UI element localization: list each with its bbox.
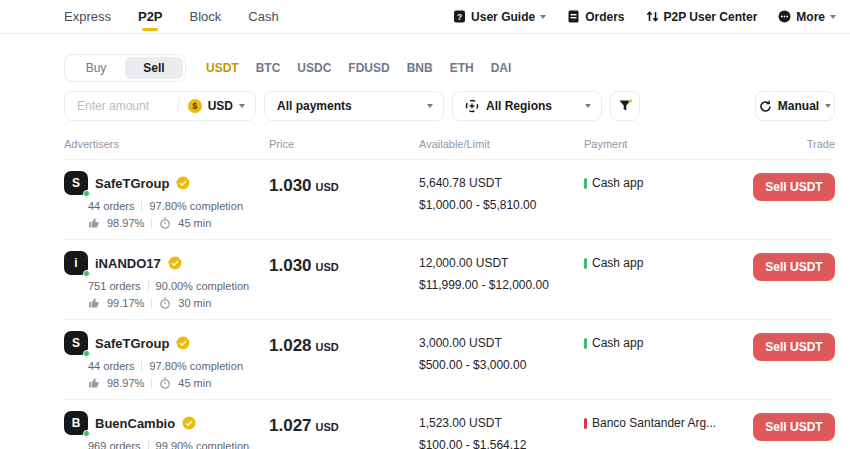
- user-guide-link[interactable]: ? User Guide: [453, 10, 546, 24]
- completion-rate: 97.80% completion: [149, 360, 243, 372]
- advanced-filter-button[interactable]: [610, 91, 640, 121]
- orders-link[interactable]: Orders: [567, 10, 624, 24]
- p2p-user-center-link[interactable]: P2P User Center: [646, 10, 758, 24]
- top-navbar: Express P2P Block Cash ? User Guide Orde…: [0, 0, 850, 34]
- positive-rating: 99.17%: [107, 297, 144, 309]
- available-limit-cell: 3,000.00 USDT $500.00 - $3,000.00: [419, 331, 584, 389]
- thumbs-up-icon: [88, 377, 100, 389]
- price-unit: USD: [316, 181, 339, 193]
- refresh-icon: [759, 100, 772, 113]
- table-row: S SafeTGroup 44 orders 97.80% completion: [64, 319, 835, 399]
- price-value: 1.030: [269, 176, 312, 195]
- nav-tab-p2p[interactable]: P2P: [138, 0, 163, 33]
- stopwatch-icon: [159, 297, 171, 309]
- stopwatch-icon: [159, 377, 171, 389]
- online-status-dot: [83, 270, 90, 277]
- table-row: B BuenCambio 969 orders 99.90% completio…: [64, 399, 835, 449]
- more-link[interactable]: More: [778, 10, 836, 24]
- payments-filter-dropdown[interactable]: All payments: [264, 91, 444, 121]
- sell-usdt-button[interactable]: Sell USDT: [753, 413, 835, 441]
- advertiser-name[interactable]: SafeTGroup: [95, 176, 169, 191]
- price-cell: 1.028USD: [269, 331, 419, 389]
- dollar-coin-icon: $: [188, 99, 202, 113]
- svg-text:?: ?: [457, 12, 462, 22]
- col-price: Price: [269, 138, 419, 150]
- price-unit: USD: [316, 421, 339, 433]
- user-center-icon: [646, 10, 659, 23]
- avatar[interactable]: B: [64, 411, 88, 435]
- price-cell: 1.030USD: [269, 251, 419, 309]
- trade-cell: Sell USDT: [753, 251, 835, 309]
- col-trade: Trade: [753, 138, 835, 150]
- amount-input[interactable]: [65, 99, 178, 113]
- order-count: 44 orders: [88, 200, 134, 212]
- advertiser-cell: B BuenCambio 969 orders 99.90% completio…: [64, 411, 269, 449]
- order-count: 44 orders: [88, 360, 134, 372]
- trade-cell: Sell USDT: [753, 411, 835, 449]
- available-limit-cell: 12,000.00 USDT $11,999.00 - $12,000.00: [419, 251, 584, 309]
- advertiser-name[interactable]: BuenCambio: [95, 416, 175, 431]
- positive-rating: 98.97%: [107, 377, 144, 389]
- available-limit-cell: 5,640.78 USDT $1,000.00 - $5,810.00: [419, 171, 584, 229]
- chevron-down-icon: [540, 15, 546, 19]
- divider: [151, 298, 152, 308]
- online-status-dot: [83, 190, 90, 197]
- advertiser-name[interactable]: SafeTGroup: [95, 336, 169, 351]
- available-amount: 3,000.00 USDT: [419, 336, 584, 350]
- orders-document-icon: [567, 10, 580, 23]
- payment-color-bar: [584, 258, 587, 269]
- asset-tab-eth[interactable]: ETH: [450, 61, 474, 75]
- regions-globe-icon: [465, 99, 479, 113]
- payment-cell: Cash app: [584, 171, 753, 229]
- price-unit: USD: [316, 341, 339, 353]
- avatar[interactable]: S: [64, 171, 88, 195]
- limit-range: $11,999.00 - $12,000.00: [419, 278, 584, 292]
- table-header: Advertisers Price Available/Limit Paymen…: [64, 138, 835, 159]
- asset-tab-fdusd[interactable]: FDUSD: [348, 61, 389, 75]
- chevron-down-icon: [427, 104, 433, 108]
- completion-rate: 97.80% completion: [149, 200, 243, 212]
- available-amount: 1,523.00 USDT: [419, 416, 584, 430]
- sell-usdt-button[interactable]: Sell USDT: [753, 253, 835, 281]
- filter-funnel-icon: [618, 99, 633, 113]
- avatar[interactable]: i: [64, 251, 88, 275]
- sell-usdt-button[interactable]: Sell USDT: [753, 173, 835, 201]
- asset-tab-usdc[interactable]: USDC: [297, 61, 331, 75]
- avatar[interactable]: S: [64, 331, 88, 355]
- asset-tabs: USDT BTC USDC FDUSD BNB ETH DAI: [206, 61, 511, 75]
- verified-badge-icon: [168, 256, 182, 270]
- nav-tab-cash[interactable]: Cash: [248, 0, 278, 33]
- regions-filter-dropdown[interactable]: All Regions: [452, 91, 602, 121]
- nav-tab-block[interactable]: Block: [190, 0, 222, 33]
- divider: [148, 281, 149, 291]
- available-amount: 12,000.00 USDT: [419, 256, 584, 270]
- p2p-content: Buy Sell USDT BTC USDC FDUSD BNB ETH DAI…: [0, 34, 850, 449]
- nav-links: ? User Guide Orders P2P User Center More: [453, 10, 836, 24]
- payment-method: Cash app: [592, 176, 643, 190]
- asset-tab-dai[interactable]: DAI: [491, 61, 512, 75]
- chevron-down-icon: [585, 104, 591, 108]
- fiat-currency-select[interactable]: $ USD: [179, 99, 255, 113]
- divider: [148, 441, 149, 449]
- available-amount: 5,640.78 USDT: [419, 176, 584, 190]
- order-count: 969 orders: [88, 440, 141, 449]
- buy-sell-toggle: Buy Sell: [64, 54, 186, 82]
- asset-tab-bnb[interactable]: BNB: [407, 61, 433, 75]
- sell-toggle[interactable]: Sell: [125, 57, 183, 79]
- buy-toggle[interactable]: Buy: [67, 57, 125, 79]
- nav-tabs: Express P2P Block Cash: [64, 0, 279, 33]
- divider: [151, 218, 152, 228]
- refresh-mode-dropdown[interactable]: Manual: [755, 91, 835, 121]
- asset-tab-btc[interactable]: BTC: [256, 61, 281, 75]
- nav-tab-express[interactable]: Express: [64, 0, 111, 33]
- online-status-dot: [83, 430, 90, 437]
- chevron-down-icon: [830, 15, 836, 19]
- online-status-dot: [83, 350, 90, 357]
- order-count: 751 orders: [88, 280, 141, 292]
- asset-tab-usdt[interactable]: USDT: [206, 61, 239, 75]
- advertiser-name[interactable]: iNANDO17: [95, 256, 161, 271]
- limit-range: $500.00 - $3,000.00: [419, 358, 584, 372]
- col-available-limit: Available/Limit: [419, 138, 584, 150]
- sell-usdt-button[interactable]: Sell USDT: [753, 333, 835, 361]
- payment-color-bar: [584, 418, 587, 429]
